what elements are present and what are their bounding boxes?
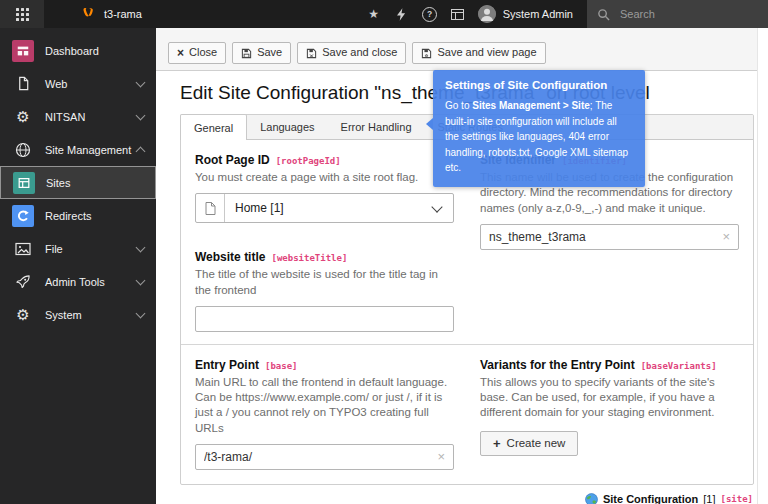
tooltip-arrow-icon [426, 118, 433, 130]
bolt-icon [397, 8, 406, 21]
search-input[interactable] [618, 7, 758, 21]
help-button[interactable]: ? [416, 0, 444, 28]
save-and-view-button[interactable]: Save and view page [412, 42, 545, 64]
sidebar-item-redirects[interactable]: Redirects [0, 199, 156, 232]
chevron-down-icon [136, 308, 146, 318]
module-sidebar: Dashboard Web ⚙ NITSAN [0, 28, 156, 504]
website-title-label: Website title [195, 250, 265, 264]
root-page-select-value: Home [1] [225, 201, 433, 215]
record-footer: Site Configuration [1] [site] [181, 493, 753, 504]
base-variants-label: Variants for the Entry Point [480, 358, 635, 372]
sidebar-item-label: Web [45, 78, 137, 90]
tooltip-body: Go to Sites Management > Site; The built… [445, 98, 633, 176]
record-count: [1] [703, 493, 715, 504]
globe-icon [12, 139, 34, 161]
workspace-button[interactable] [444, 0, 472, 28]
save-view-icon [421, 48, 432, 59]
record-code: [site] [720, 494, 753, 504]
create-new-button-label: Create new [507, 437, 566, 449]
entry-point-input[interactable] [196, 450, 429, 464]
entry-point-label: Entry Point [195, 358, 259, 372]
brand[interactable]: t3-rama [80, 0, 142, 28]
typo3-backend: t3-rama ★ ? [0, 0, 768, 504]
content-scrollbar[interactable] [757, 28, 768, 504]
sidebar-item-sites[interactable]: Sites [0, 166, 156, 199]
rocket-icon [12, 271, 34, 293]
workspace-icon [451, 9, 464, 20]
tab-general[interactable]: General [180, 114, 247, 140]
root-page-id-description: You must create a page with a site root … [195, 170, 454, 185]
chevron-down-icon [431, 201, 442, 212]
tooltip-body-prefix: Go to [445, 100, 472, 111]
sidebar-item-site-management[interactable]: Site Management [0, 133, 156, 166]
gear-icon: ⚙ [12, 304, 34, 326]
sidebar-item-admin-tools[interactable]: Admin Tools [0, 265, 156, 298]
close-button[interactable]: × Close [168, 42, 226, 64]
sidebar-item-label: System [45, 309, 137, 321]
sidebar-item-label: Dashboard [45, 45, 144, 57]
field-root-page-id: Root Page ID [rootPageId] You must creat… [195, 153, 454, 223]
root-page-id-label: Root Page ID [195, 153, 270, 167]
brand-name: t3-rama [104, 8, 142, 20]
root-page-id-code: [rootPageId] [276, 156, 341, 166]
close-button-label: Close [189, 46, 217, 60]
page-icon [205, 202, 216, 215]
docheader: × Close Save [156, 28, 768, 71]
sidebar-item-system[interactable]: ⚙ System [0, 298, 156, 331]
clear-icon[interactable]: × [429, 450, 453, 463]
sidebar-item-file[interactable]: File [0, 232, 156, 265]
modules-menu-toggle-button[interactable] [0, 0, 44, 28]
save-button-label: Save [257, 46, 282, 60]
sidebar-item-label: Site Management [45, 144, 137, 156]
grid-icon [16, 8, 19, 11]
save-and-close-button[interactable]: Save and close [297, 42, 406, 64]
field-base-variants: Variants for the Entry Point [baseVarian… [480, 358, 739, 456]
tooltip-body-bold: Sites Management > Site [472, 100, 590, 111]
root-page-select[interactable]: Home [1] [195, 193, 454, 223]
save-and-close-button-label: Save and close [322, 46, 397, 60]
user-menu[interactable]: System Admin [478, 0, 573, 28]
tooltip-title: Settings of Site Configuration [445, 79, 633, 91]
topbar: t3-rama ★ ? [0, 0, 768, 28]
site-identifier-input[interactable] [481, 230, 714, 244]
field-entry-point: Entry Point [base] Main URL to call the … [195, 358, 454, 470]
sidebar-item-web[interactable]: Web [0, 67, 156, 100]
user-name: System Admin [503, 8, 573, 20]
sites-module-icon [13, 172, 35, 194]
help-icon: ? [422, 7, 437, 22]
base-variants-description: This allows you to specify variants of t… [480, 375, 739, 421]
entry-point-description: Main URL to call the frontend in default… [195, 375, 454, 436]
search-icon [597, 8, 610, 21]
sidebar-item-label: File [45, 243, 137, 255]
create-new-button[interactable]: + Create new [480, 431, 578, 456]
bookmarks-button[interactable]: ★ [360, 0, 388, 28]
website-title-code: [websiteTitle] [271, 253, 347, 263]
chevron-up-icon [136, 146, 146, 156]
clear-cache-button[interactable] [388, 0, 416, 28]
tab-error-handling[interactable]: Error Handling [328, 115, 425, 139]
save-button[interactable]: Save [232, 42, 291, 64]
chevron-down-icon [136, 77, 146, 87]
chevron-down-icon [136, 275, 146, 285]
image-icon [12, 238, 34, 260]
chevron-down-icon [136, 242, 146, 252]
gear-icon: ⚙ [12, 106, 34, 128]
clear-icon[interactable]: × [714, 230, 738, 243]
field-website-title: Website title [websiteTitle] The title o… [195, 250, 454, 332]
tab-languages[interactable]: Languages [247, 115, 327, 139]
website-title-description: The title of the website is used for the… [195, 267, 454, 298]
site-globe-icon [585, 493, 598, 504]
save-and-view-button-label: Save and view page [437, 46, 536, 60]
base-variants-code: [baseVariants] [641, 361, 717, 371]
sidebar-item-nitsan[interactable]: ⚙ NITSAN [0, 100, 156, 133]
dashboard-icon [12, 40, 34, 62]
website-title-input[interactable] [196, 312, 453, 326]
sidebar-item-label: Admin Tools [45, 276, 137, 288]
close-icon: × [177, 47, 184, 59]
help-tooltip: Settings of Site Configuration Go to Sit… [433, 70, 645, 187]
save-close-icon [306, 48, 317, 59]
document-icon [12, 73, 34, 95]
typo3-logo-icon [80, 6, 96, 22]
sidebar-item-dashboard[interactable]: Dashboard [0, 34, 156, 67]
save-icon [241, 48, 252, 59]
